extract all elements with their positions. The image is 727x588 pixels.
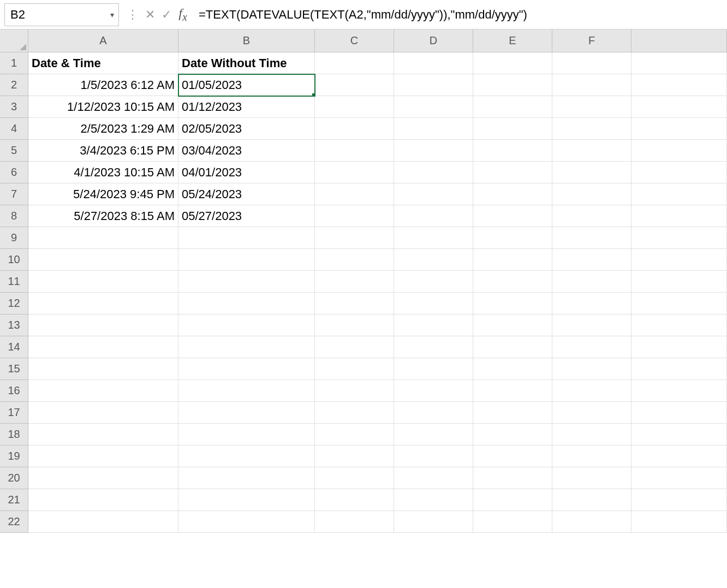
- cell-F19[interactable]: [552, 446, 631, 467]
- row-header-15[interactable]: 15: [0, 358, 28, 380]
- column-header-E[interactable]: E: [473, 29, 552, 52]
- row-header-11[interactable]: 11: [0, 271, 28, 293]
- row-header-22[interactable]: 22: [0, 511, 28, 533]
- fx-icon[interactable]: fx: [175, 6, 191, 23]
- cell-G4[interactable]: [631, 118, 727, 140]
- cell-C16[interactable]: [315, 380, 394, 402]
- cell-A21[interactable]: [28, 489, 178, 511]
- row-header-3[interactable]: 3: [0, 96, 28, 118]
- column-header-B[interactable]: B: [178, 29, 315, 52]
- cell-F14[interactable]: [552, 336, 631, 358]
- cell-G2[interactable]: [631, 74, 727, 96]
- cell-D16[interactable]: [394, 380, 473, 402]
- cell-D1[interactable]: [394, 52, 473, 74]
- cell-A12[interactable]: [28, 293, 178, 314]
- select-all-corner[interactable]: [0, 29, 28, 52]
- cell-C1[interactable]: [315, 52, 394, 74]
- row-header-8[interactable]: 8: [0, 205, 28, 227]
- cell-B7[interactable]: 05/24/2023: [178, 183, 315, 205]
- cell-F3[interactable]: [552, 96, 631, 118]
- cell-C3[interactable]: [315, 96, 394, 118]
- cell-D9[interactable]: [394, 227, 473, 249]
- cell-A13[interactable]: [28, 314, 178, 336]
- cell-A9[interactable]: [28, 227, 178, 249]
- cell-D12[interactable]: [394, 293, 473, 314]
- cell-A16[interactable]: [28, 380, 178, 402]
- cell-F22[interactable]: [552, 511, 631, 533]
- cell-B12[interactable]: [178, 293, 315, 314]
- cell-A3[interactable]: 1/12/2023 10:15 AM: [28, 96, 178, 118]
- cell-G16[interactable]: [631, 380, 727, 402]
- cell-F12[interactable]: [552, 293, 631, 314]
- column-header-A[interactable]: A: [28, 29, 178, 52]
- cell-E9[interactable]: [473, 227, 552, 249]
- cell-E5[interactable]: [473, 140, 552, 162]
- cancel-icon[interactable]: ✕: [142, 8, 158, 22]
- row-header-6[interactable]: 6: [0, 162, 28, 183]
- cell-G9[interactable]: [631, 227, 727, 249]
- cell-F15[interactable]: [552, 358, 631, 380]
- cell-F5[interactable]: [552, 140, 631, 162]
- cell-B13[interactable]: [178, 314, 315, 336]
- cell-D8[interactable]: [394, 205, 473, 227]
- cell-D10[interactable]: [394, 249, 473, 271]
- cell-B22[interactable]: [178, 511, 315, 533]
- cell-A6[interactable]: 4/1/2023 10:15 AM: [28, 162, 178, 183]
- cell-D15[interactable]: [394, 358, 473, 380]
- cell-C13[interactable]: [315, 314, 394, 336]
- cell-C11[interactable]: [315, 271, 394, 293]
- cell-F18[interactable]: [552, 424, 631, 446]
- cell-D14[interactable]: [394, 336, 473, 358]
- row-header-18[interactable]: 18: [0, 424, 28, 446]
- cell-B17[interactable]: [178, 402, 315, 424]
- cell-G17[interactable]: [631, 402, 727, 424]
- cell-C6[interactable]: [315, 162, 394, 183]
- cell-E21[interactable]: [473, 489, 552, 511]
- cell-G11[interactable]: [631, 271, 727, 293]
- cell-E19[interactable]: [473, 446, 552, 467]
- row-header-5[interactable]: 5: [0, 140, 28, 162]
- row-header-13[interactable]: 13: [0, 314, 28, 336]
- cell-F8[interactable]: [552, 205, 631, 227]
- cell-F4[interactable]: [552, 118, 631, 140]
- row-header-17[interactable]: 17: [0, 402, 28, 424]
- cell-C19[interactable]: [315, 446, 394, 467]
- row-header-10[interactable]: 10: [0, 249, 28, 271]
- cell-A5[interactable]: 3/4/2023 6:15 PM: [28, 140, 178, 162]
- cell-B4[interactable]: 02/05/2023: [178, 118, 315, 140]
- cell-C21[interactable]: [315, 489, 394, 511]
- row-header-1[interactable]: 1: [0, 52, 28, 74]
- row-header-21[interactable]: 21: [0, 489, 28, 511]
- cell-C7[interactable]: [315, 183, 394, 205]
- cell-G13[interactable]: [631, 314, 727, 336]
- cell-E1[interactable]: [473, 52, 552, 74]
- cell-E10[interactable]: [473, 249, 552, 271]
- cell-C2[interactable]: [315, 74, 394, 96]
- cell-G1[interactable]: [631, 52, 727, 74]
- cell-B2[interactable]: 01/05/2023: [178, 74, 315, 96]
- cell-B9[interactable]: [178, 227, 315, 249]
- formula-input[interactable]: [194, 3, 727, 26]
- cell-E20[interactable]: [473, 467, 552, 489]
- cell-D5[interactable]: [394, 140, 473, 162]
- cell-A17[interactable]: [28, 402, 178, 424]
- row-header-2[interactable]: 2: [0, 74, 28, 96]
- cell-D17[interactable]: [394, 402, 473, 424]
- cell-D3[interactable]: [394, 96, 473, 118]
- cell-E18[interactable]: [473, 424, 552, 446]
- cell-E11[interactable]: [473, 271, 552, 293]
- cell-C18[interactable]: [315, 424, 394, 446]
- cell-E15[interactable]: [473, 358, 552, 380]
- confirm-icon[interactable]: ✓: [158, 8, 175, 22]
- row-header-14[interactable]: 14: [0, 336, 28, 358]
- cell-A15[interactable]: [28, 358, 178, 380]
- cell-G21[interactable]: [631, 489, 727, 511]
- cell-F9[interactable]: [552, 227, 631, 249]
- cell-F21[interactable]: [552, 489, 631, 511]
- column-header-C[interactable]: C: [315, 29, 394, 52]
- cell-F20[interactable]: [552, 467, 631, 489]
- cell-C4[interactable]: [315, 118, 394, 140]
- cell-E12[interactable]: [473, 293, 552, 314]
- row-header-20[interactable]: 20: [0, 467, 28, 489]
- cell-D21[interactable]: [394, 489, 473, 511]
